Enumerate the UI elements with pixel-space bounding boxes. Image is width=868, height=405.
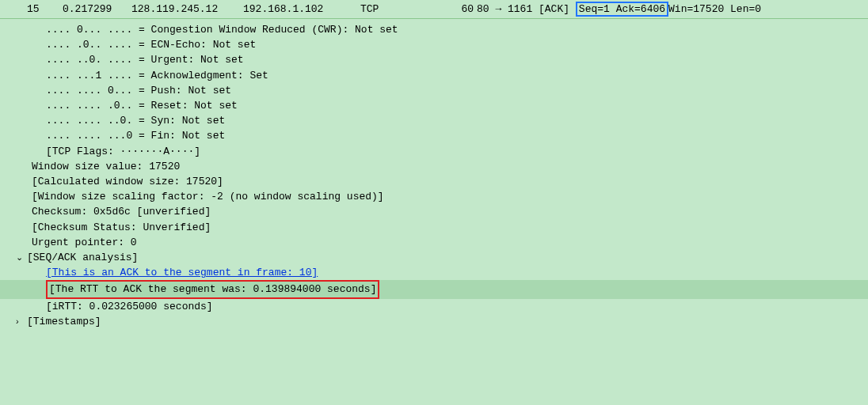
info-prefix: 80 → 1161 [ACK] — [477, 3, 576, 15]
packet-details-tree[interactable]: .... 0... .... = Congestion Window Reduc… — [0, 19, 868, 332]
col-time: 0.217299 — [63, 3, 131, 15]
flag-urg: .... ..0. .... = Urgent: Not set — [0, 52, 868, 67]
flag-syn: .... .... ..0. = Syn: Not set — [0, 113, 868, 128]
col-info: 80 → 1161 [ACK] Seq=1 Ack=6406 Win=17520… — [477, 2, 761, 17]
checksum-field: Checksum: 0x5d6c [unverified] — [0, 204, 868, 219]
col-no: 15 — [27, 3, 63, 15]
checksum-status: [Checksum Status: Unverified] — [0, 220, 868, 235]
flag-cwr: .... 0... .... = Congestion Window Reduc… — [0, 22, 868, 37]
chevron-down-icon: ⌄ — [16, 250, 27, 265]
ack-to-frame-link[interactable]: [This is an ACK to the segment in frame:… — [0, 265, 868, 280]
flag-reset: .... .... .0.. = Reset: Not set — [0, 98, 868, 113]
seq-ack-analysis-node[interactable]: ⌄[SEQ/ACK analysis] — [0, 250, 868, 265]
calculated-window-size: [Calculated window size: 17520] — [0, 174, 868, 189]
flag-ecn: .... .0.. .... = ECN-Echo: Not set — [0, 37, 868, 52]
col-protocol: TCP — [360, 3, 451, 15]
urgent-pointer: Urgent pointer: 0 — [0, 235, 868, 250]
flag-push: .... .... 0... = Push: Not set — [0, 83, 868, 98]
col-source: 128.119.245.12 — [131, 3, 243, 15]
flag-ack: .... ...1 .... = Acknowledgment: Set — [0, 68, 868, 83]
window-scaling-factor: [Window size scaling factor: -2 (no wind… — [0, 189, 868, 204]
timestamps-node[interactable]: ›[Timestamps] — [0, 314, 868, 329]
window-size-value: Window size value: 17520 — [0, 159, 868, 174]
seq-ack-label: [SEQ/ACK analysis] — [27, 252, 138, 263]
rtt-value: [The RTT to ACK the segment was: 0.13989… — [46, 280, 379, 298]
irtt-value: [iRTT: 0.023265000 seconds] — [0, 299, 868, 314]
col-destination: 192.168.1.102 — [243, 3, 360, 15]
rtt-row-highlighted[interactable]: [The RTT to ACK the segment was: 0.13989… — [0, 280, 868, 298]
col-length: 60 — [451, 3, 474, 15]
info-seq-ack-highlight: Seq=1 Ack=6406 — [576, 2, 668, 17]
chevron-right-icon: › — [16, 314, 27, 329]
tcp-flags-summary: [TCP Flags: ·······A····] — [0, 144, 868, 159]
packet-list-row[interactable]: 15 0.217299 128.119.245.12 192.168.1.102… — [0, 0, 868, 19]
flag-fin: .... .... ...0 = Fin: Not set — [0, 128, 868, 143]
timestamps-label: [Timestamps] — [27, 316, 101, 327]
info-suffix: Win=17520 Len=0 — [668, 3, 761, 15]
